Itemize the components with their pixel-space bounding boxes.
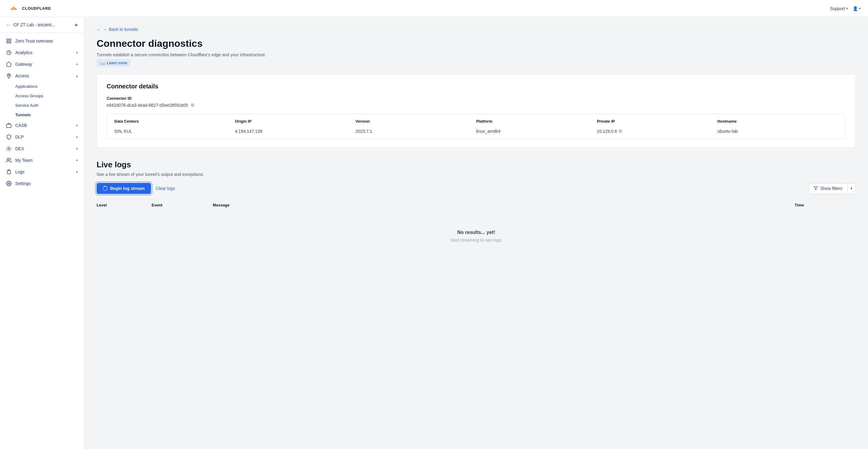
sidebar-item-dex[interactable]: DEX ▾ bbox=[0, 143, 84, 154]
sidebar-item-tunnels[interactable]: Tunnels bbox=[15, 110, 84, 120]
sidebar-item-settings[interactable]: Settings bbox=[0, 178, 84, 189]
svg-rect-6 bbox=[7, 124, 11, 127]
sidebar-item-label-gateway: Gateway bbox=[15, 62, 72, 67]
service-auth-label: Service Auth bbox=[15, 103, 38, 108]
top-nav: CLOUDFLARE Support ▾ 👤 ▾ bbox=[0, 0, 868, 17]
sidebar-item-analytics[interactable]: Analytics ▾ bbox=[0, 47, 84, 58]
sidebar-item-label-my-team: My Team bbox=[15, 158, 72, 163]
show-filters-label: Show filters bbox=[820, 186, 842, 191]
begin-log-stream-button[interactable]: Begin log stream bbox=[97, 183, 151, 194]
sidebar: ← CF ZT Lab - ancient... ▶ Zero Trust ov… bbox=[0, 17, 84, 449]
account-chevron-icon: ▶ bbox=[75, 23, 78, 27]
td-platform: linux_amd64 bbox=[476, 128, 597, 134]
live-logs-title: Live logs bbox=[97, 160, 856, 170]
connector-id-value-row: e842d076-dca3-4ead-8627-d5ee2855cb05 ⧉ bbox=[107, 102, 846, 108]
logs-table: Level Event Message Time No results... y… bbox=[97, 199, 856, 246]
dex-chevron-icon: ▾ bbox=[76, 147, 78, 151]
top-nav-right: Support ▾ 👤 ▾ bbox=[830, 6, 861, 11]
td-origin-ip: 4.194.147.138 bbox=[235, 128, 356, 134]
connector-details-title: Connector details bbox=[107, 83, 846, 90]
casb-icon bbox=[6, 123, 11, 128]
copy-id-icon[interactable]: ⧉ bbox=[191, 102, 194, 108]
svg-point-7 bbox=[8, 148, 10, 150]
sidebar-item-label-logs: Logs bbox=[15, 170, 72, 174]
sidebar-item-access[interactable]: Access ▴ bbox=[0, 70, 84, 82]
svg-rect-3 bbox=[9, 41, 11, 43]
show-filters-chevron-button[interactable]: ▾ bbox=[847, 184, 856, 193]
dlp-icon bbox=[6, 134, 11, 140]
user-icon: 👤 bbox=[853, 6, 858, 11]
user-menu[interactable]: 👤 ▾ bbox=[853, 6, 861, 11]
sidebar-item-label-zero-trust: Zero Trust overview bbox=[15, 38, 78, 43]
cloudflare-logo[interactable]: CLOUDFLARE bbox=[7, 4, 51, 13]
connector-id-label: Connector ID bbox=[107, 96, 846, 101]
account-selector[interactable]: ← CF ZT Lab - ancient... ▶ bbox=[0, 17, 84, 33]
svg-point-5 bbox=[8, 74, 9, 76]
connector-id-text: e842d076-dca3-4ead-8627-d5ee2855cb05 bbox=[107, 103, 188, 108]
tunnels-label: Tunnels bbox=[15, 113, 31, 117]
learn-more-book-icon: 📖 bbox=[100, 61, 105, 65]
gateway-icon bbox=[6, 61, 11, 67]
sidebar-item-zero-trust[interactable]: Zero Trust overview bbox=[0, 35, 84, 47]
no-results-desc: Start streaming to see logs. bbox=[97, 238, 856, 243]
th-origin-ip: Origin IP bbox=[235, 119, 356, 124]
user-chevron-icon: ▾ bbox=[859, 7, 861, 10]
clear-logs-button[interactable]: Clear logs bbox=[156, 186, 175, 191]
svg-point-10 bbox=[8, 183, 10, 184]
sidebar-item-label-access: Access bbox=[15, 73, 72, 78]
table-body-row: SIN, KUL 4.194.147.138 2023.7.1 linux_am… bbox=[107, 128, 845, 139]
td-hostname: ubuntu-lab bbox=[717, 128, 838, 134]
my-team-chevron-icon: ▾ bbox=[76, 158, 78, 162]
sidebar-item-my-team[interactable]: My Team ▾ bbox=[0, 154, 84, 166]
svg-point-8 bbox=[7, 158, 9, 160]
no-results-area: No results... yet! Start streaming to se… bbox=[97, 211, 856, 246]
support-link[interactable]: Support ▾ bbox=[830, 6, 848, 11]
logs-th-level: Level bbox=[97, 203, 152, 207]
copy-private-ip-icon[interactable]: ⧉ bbox=[619, 128, 622, 134]
th-private-ip: Private IP bbox=[597, 119, 718, 124]
sidebar-item-logs[interactable]: Logs ▾ bbox=[0, 166, 84, 178]
refresh-icon bbox=[103, 186, 107, 191]
dex-icon bbox=[6, 146, 11, 151]
no-results-title: No results... yet! bbox=[97, 230, 856, 235]
clear-logs-label: Clear logs bbox=[156, 186, 175, 191]
sidebar-item-label-dex: DEX bbox=[15, 146, 72, 151]
sidebar-item-service-auth[interactable]: Service Auth bbox=[15, 101, 84, 110]
show-filters-button[interactable]: Show filters bbox=[809, 183, 847, 193]
shield-icon bbox=[6, 38, 11, 44]
logo-text: CLOUDFLARE bbox=[22, 6, 51, 11]
support-chevron-icon: ▾ bbox=[846, 7, 848, 10]
th-data-centers: Data Centers bbox=[114, 119, 235, 124]
td-data-centers: SIN, KUL bbox=[114, 128, 235, 134]
sidebar-item-casb[interactable]: CASB ▾ bbox=[0, 120, 84, 131]
casb-chevron-icon: ▾ bbox=[76, 124, 78, 127]
th-hostname: Hostname bbox=[717, 119, 838, 124]
sidebar-item-gateway[interactable]: Gateway ▾ bbox=[0, 58, 84, 70]
sidebar-item-dlp[interactable]: DLP ▾ bbox=[0, 131, 84, 143]
logs-th-message: Message bbox=[213, 203, 795, 207]
back-link-text: ← Back to tunnels bbox=[103, 27, 138, 32]
sidebar-item-label-casb: CASB bbox=[15, 123, 72, 128]
svg-rect-0 bbox=[7, 39, 8, 40]
access-submenu: Applications Access Groups Service Auth … bbox=[0, 82, 84, 120]
app-layout: ← CF ZT Lab - ancient... ▶ Zero Trust ov… bbox=[0, 17, 868, 449]
access-chevron-icon: ▴ bbox=[76, 74, 78, 78]
sidebar-item-applications[interactable]: Applications bbox=[15, 82, 84, 91]
sidebar-item-access-groups[interactable]: Access Groups bbox=[15, 91, 84, 101]
th-version: Version bbox=[355, 119, 476, 124]
table-header-row: Data Centers Origin IP Version Platform … bbox=[107, 114, 845, 128]
sidebar-nav: Zero Trust overview Analytics ▾ Gateway … bbox=[0, 33, 84, 449]
live-logs-desc: See a live stream of your tunnel's outpu… bbox=[97, 172, 856, 177]
access-groups-label: Access Groups bbox=[15, 94, 43, 98]
svg-rect-9 bbox=[8, 170, 10, 171]
logs-th-time: Time bbox=[795, 203, 856, 207]
account-name: CF ZT Lab - ancient... bbox=[13, 22, 73, 27]
page-description: Tunnels establish a secure connection be… bbox=[97, 52, 856, 57]
back-to-tunnels-link[interactable]: ← ← Back to tunnels bbox=[97, 27, 856, 32]
account-icon: ← bbox=[6, 22, 11, 28]
filter-icon bbox=[814, 186, 818, 191]
logs-toolbar-left: Begin log stream Clear logs bbox=[97, 183, 175, 194]
learn-more-button[interactable]: 📖 Learn more bbox=[97, 59, 131, 67]
analytics-chevron-icon: ▾ bbox=[76, 51, 78, 55]
main-content: ← ← Back to tunnels Connector diagnostic… bbox=[84, 17, 868, 449]
